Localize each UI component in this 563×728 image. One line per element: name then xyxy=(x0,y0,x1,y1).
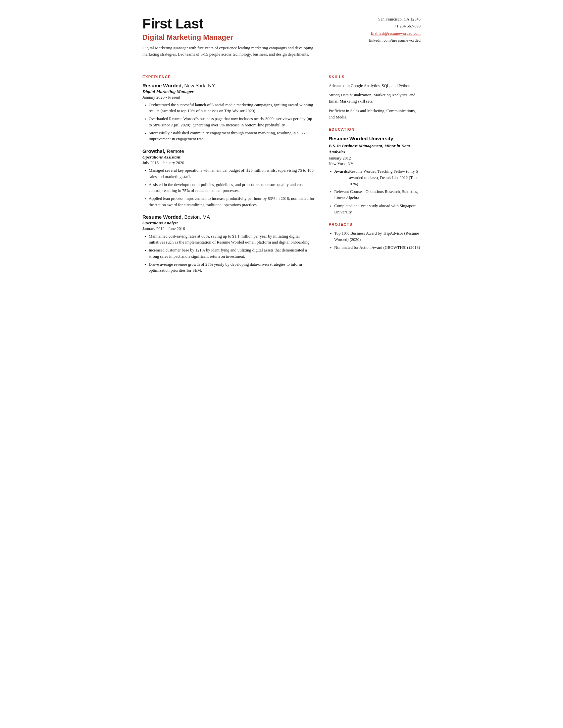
edu-location: New York, NY xyxy=(329,161,421,166)
job-2-bullet-3: Applied lean process improvement to incr… xyxy=(144,196,315,208)
skills-section-label: SKILLS xyxy=(329,75,421,79)
job-3-title: Operations Analyst xyxy=(142,220,315,226)
candidate-name: First Last xyxy=(142,16,348,32)
job-3-company-name: Resume Worded, xyxy=(142,214,183,220)
job-3-bullet-3: Drove average revenue growth of 25% year… xyxy=(144,261,315,274)
job-3-bullet-2: Increased customer base by 121% by ident… xyxy=(144,247,315,260)
candidate-summary: Digital Marketing Manager with five year… xyxy=(142,45,315,58)
job-3-company: Resume Worded, Boston, MA xyxy=(142,214,315,220)
job-2-company: Growthsi, Remote xyxy=(142,148,315,154)
job-1-bullet-3: Successfully established community engag… xyxy=(144,130,315,143)
job-3: Resume Worded, Boston, MA Operations Ana… xyxy=(142,214,315,274)
job-2-company-name: Growthsi, xyxy=(142,148,165,154)
edu-school: Resume Worded University xyxy=(329,135,421,142)
education-section-label: EDUCATION xyxy=(329,127,421,131)
job-1-company-name: Resume Worded, xyxy=(142,83,183,88)
skill-2: Strong Data Visualization, Marketing Ana… xyxy=(329,92,421,105)
job-2-dates: July 2016 - January 2020 xyxy=(142,160,315,165)
candidate-title: Digital Marketing Manager xyxy=(142,33,348,42)
contact-linkedin: linkedin.com/in/resumeworded xyxy=(348,37,421,44)
job-3-location: Boston, MA xyxy=(184,214,210,220)
job-1: Resume Worded, New York, NY Digital Mark… xyxy=(142,83,315,143)
job-2-title: Operations Assistant xyxy=(142,155,315,160)
contact-phone: +1 234 567-890 xyxy=(348,23,421,30)
projects-list: Top 10% Business Award by TripAdvisor (R… xyxy=(330,230,421,251)
edu-bullet-1: Awards: Resume Worded Teaching Fellow (o… xyxy=(330,168,421,187)
job-1-bullets: Orchestrated the successful launch of 5 … xyxy=(144,102,315,143)
job-3-dates: January 2012 - June 2016 xyxy=(142,226,315,231)
job-2-location: Remote xyxy=(166,148,184,154)
main-layout: EXPERIENCE Resume Worded, New York, NY D… xyxy=(142,68,421,280)
experience-section-label: EXPERIENCE xyxy=(142,75,315,79)
job-1-dates: January 2020 - Present xyxy=(142,95,315,100)
projects-section-label: PROJECTS xyxy=(329,222,421,226)
left-column: EXPERIENCE Resume Worded, New York, NY D… xyxy=(142,68,315,280)
email-link[interactable]: first.last@resumeworded.com xyxy=(371,31,421,36)
header-left: First Last Digital Marketing Manager Dig… xyxy=(142,16,348,58)
edu-bullets: Awards: Resume Worded Teaching Fellow (o… xyxy=(330,168,421,215)
project-1: Top 10% Business Award by TripAdvisor (R… xyxy=(330,230,421,243)
edu-date: January 2012 xyxy=(329,156,421,161)
job-2-bullet-2: Assisted in the development of policies,… xyxy=(144,182,315,194)
job-2-bullets: Managed several key operations with an a… xyxy=(144,167,315,208)
skill-1: Advanced in Google Analytics, SQL, and P… xyxy=(329,83,421,89)
job-2: Growthsi, Remote Operations Assistant Ju… xyxy=(142,148,315,208)
contact-address: San Francisco, CA 12345 xyxy=(348,16,421,23)
project-2: Nominated for Action Award (GROWTHSI) (2… xyxy=(330,245,421,251)
header: First Last Digital Marketing Manager Dig… xyxy=(142,16,421,58)
job-1-bullet-1: Orchestrated the successful launch of 5 … xyxy=(144,102,315,114)
job-3-bullet-1: Maintained cost-saving rates at 60%, sav… xyxy=(144,233,315,246)
job-1-location: New York, NY xyxy=(184,83,215,88)
job-3-bullets: Maintained cost-saving rates at 60%, sav… xyxy=(144,233,315,274)
job-2-bullet-1: Managed several key operations with an a… xyxy=(144,167,315,180)
edu-degree: B.S. in Business Management, Minor in Da… xyxy=(329,143,421,155)
edu-bullet-2: Relevant Courses: Operations Research, S… xyxy=(330,189,421,201)
edu-bullet-3: Completed one-year study abroad with Sin… xyxy=(330,203,421,215)
skill-3: Proficient in Sales and Marketing, Commu… xyxy=(329,108,421,120)
right-column: SKILLS Advanced in Google Analytics, SQL… xyxy=(329,68,421,280)
job-1-company: Resume Worded, New York, NY xyxy=(142,83,315,88)
job-1-bullet-2: Overhauled Resume Worded's business page… xyxy=(144,116,315,128)
job-1-title: Digital Marketing Manager xyxy=(142,89,315,94)
contact-email: first.last@resumeworded.com xyxy=(348,30,421,37)
contact-info: San Francisco, CA 12345 +1 234 567-890 f… xyxy=(348,16,421,44)
